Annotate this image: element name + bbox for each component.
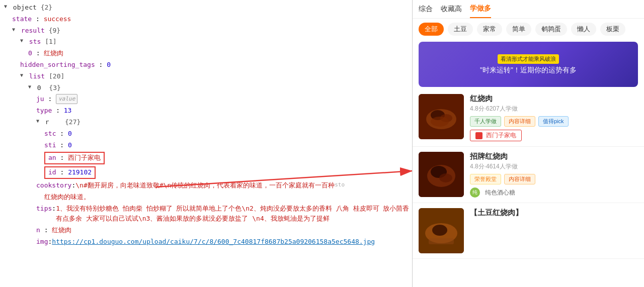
key-result: result bbox=[17, 26, 45, 36]
sponsor-name-1: 西门子家电 bbox=[486, 132, 516, 139]
tree-ju: ju : value bbox=[0, 93, 412, 105]
svg-rect-14 bbox=[429, 238, 454, 244]
tree-type: type : 13 bbox=[0, 105, 412, 117]
key-n: n bbox=[36, 225, 40, 236]
recipe-title-1: 红烧肉 bbox=[470, 94, 638, 104]
tag-千人学做: 千人学做 bbox=[470, 116, 501, 127]
recipe-card-2[interactable]: 招牌红烧肉 4.8分·4614人学做 荣誉殿堂 内容详细 纯 纯色酒心糖 bbox=[413, 147, 644, 203]
key-list-0: 0 bbox=[33, 83, 49, 93]
tag-内容详细-1: 内容详细 bbox=[504, 116, 535, 127]
tree-result: ▼ result {9} bbox=[0, 25, 412, 37]
recipe-meta-1: 4.8分·6207人学做 bbox=[470, 105, 638, 113]
banner[interactable]: 看清形式才能乘风破浪 "时来运转"！近期你的运势有多 bbox=[419, 42, 638, 87]
tab-学做多[interactable]: 学做多 bbox=[470, 4, 491, 18]
r-bracket: {27} bbox=[61, 117, 80, 128]
recipe-title-3: 【土豆红烧肉】 bbox=[470, 208, 638, 218]
tag-内容详细-2: 内容详细 bbox=[504, 174, 535, 184]
toggle-result[interactable]: ▼ bbox=[12, 26, 15, 34]
val-id: 219102 bbox=[68, 167, 92, 178]
filter-全部[interactable]: 全部 bbox=[419, 23, 444, 36]
key-stc: stc bbox=[44, 129, 56, 139]
tree-r: ▼ r {27} bbox=[0, 117, 412, 128]
key-an: an bbox=[48, 153, 56, 163]
tree-n: n : 红烧肉 bbox=[0, 225, 412, 236]
banner-text: "时来运转"！近期你的运势有多 bbox=[480, 66, 577, 75]
val-type: 13 bbox=[64, 106, 72, 116]
tree-an: an : 西门子家电 bbox=[0, 151, 412, 165]
filter-家常[interactable]: 家常 bbox=[477, 23, 502, 36]
recipe-card-1[interactable]: 红烧肉 4.8分·6207人学做 千人学做 内容详细 值得pick 西门子家电 bbox=[413, 89, 644, 147]
tree-state: state : success bbox=[0, 14, 412, 25]
recipe-meta-2: 4.8分·4614人学做 bbox=[470, 162, 638, 171]
recipe-card-3[interactable]: 【土豆红烧肉】 bbox=[413, 203, 644, 259]
banner-badge: 看清形式才能乘风破浪 bbox=[498, 54, 559, 64]
toggle-list-0[interactable]: ▼ bbox=[28, 83, 31, 91]
recipe-tags-1: 千人学做 内容详细 值得pick bbox=[470, 116, 638, 127]
filter-懒人[interactable]: 懒人 bbox=[571, 23, 596, 36]
filter-板栗[interactable]: 板栗 bbox=[600, 23, 625, 36]
author-row-2: 纯 纯色酒心糖 bbox=[470, 187, 638, 198]
toggle-root[interactable]: ▼ bbox=[4, 3, 7, 11]
val-sti: 0 bbox=[68, 140, 72, 151]
key-img: img bbox=[36, 237, 48, 247]
sponsor-icon-1 bbox=[475, 132, 482, 139]
recipe-info-2: 招牌红烧肉 4.8分·4614人学做 荣誉殿堂 内容详细 纯 纯色酒心糖 bbox=[470, 152, 638, 198]
val-cookstory-cont: 红烧肉的味道。 bbox=[44, 192, 90, 203]
toggle-list[interactable]: ▼ bbox=[20, 71, 23, 79]
tree-root: ▼ object {2} bbox=[0, 2, 412, 14]
key-sti: sti bbox=[44, 140, 56, 151]
key-cookstory: cookstory bbox=[36, 180, 71, 191]
recipe-info-3: 【土豆红烧肉】 bbox=[470, 208, 638, 219]
val-n: 红烧肉 bbox=[52, 225, 71, 236]
recipe-image-1 bbox=[419, 94, 464, 139]
right-panel: 综合 收藏高 学做多 全部 土豆 家常 简单 鹌鹑蛋 懒人 板栗 看清形式才能乘… bbox=[413, 0, 644, 287]
tab-综合[interactable]: 综合 bbox=[419, 5, 433, 18]
key-list: list bbox=[25, 71, 45, 82]
tree-list: ▼ list [20] bbox=[0, 71, 412, 82]
key-sts: sts bbox=[25, 37, 41, 47]
json-tree-panel: ▼ object {2} state : success ▼ result {9… bbox=[0, 0, 413, 287]
banner-inner: 看清形式才能乘风破浪 "时来运转"！近期你的运势有多 bbox=[476, 50, 581, 79]
filter-简单[interactable]: 简单 bbox=[506, 23, 531, 36]
tree-img: img : https://cp1.douguo.com/upload/caik… bbox=[0, 236, 412, 248]
key-state: state bbox=[12, 14, 32, 25]
toggle-sts[interactable]: ▼ bbox=[20, 37, 23, 45]
tab-收藏高[interactable]: 收藏高 bbox=[441, 5, 462, 18]
val-ju: value bbox=[56, 94, 77, 104]
svg-point-10 bbox=[439, 173, 452, 182]
filter-鹌鹑蛋[interactable]: 鹌鹑蛋 bbox=[535, 23, 567, 36]
tree-id: id : 219102 bbox=[0, 165, 412, 180]
filter-bar: 全部 土豆 家常 简单 鹌鹑蛋 懒人 板栗 bbox=[413, 19, 644, 40]
author-name-2: 纯色酒心糖 bbox=[485, 188, 515, 197]
recipe-image-3 bbox=[419, 208, 464, 253]
key-type: type bbox=[36, 106, 52, 116]
val-an: 西门子家电 bbox=[68, 153, 101, 163]
svg-point-6 bbox=[431, 117, 449, 127]
tabs-bar: 综合 收藏高 学做多 bbox=[413, 0, 644, 19]
result-bracket: {9} bbox=[49, 26, 60, 36]
filter-土豆[interactable]: 土豆 bbox=[448, 23, 473, 36]
sts-bracket: [1] bbox=[45, 37, 56, 47]
key-r: r bbox=[41, 117, 61, 128]
list-0-bracket: {3} bbox=[49, 83, 60, 93]
tree-sts: ▼ sts [1] bbox=[0, 36, 412, 48]
key-hidden-sorting: hidden_sorting_tags bbox=[20, 60, 95, 70]
recipe-info-1: 红烧肉 4.8分·6207人学做 千人学做 内容详细 值得pick 西门子家电 bbox=[470, 94, 638, 141]
sponsor-row-1: 西门子家电 bbox=[470, 130, 638, 141]
key-sts-0: 0 bbox=[28, 48, 32, 59]
key-id: id bbox=[48, 167, 56, 178]
recipe-image-2 bbox=[419, 152, 464, 197]
tag-值得pick: 值得pick bbox=[538, 116, 569, 127]
val-img[interactable]: https://cp1.douguo.com/upload/caiku/7/c/… bbox=[52, 237, 375, 247]
key-ju: ju bbox=[36, 94, 44, 105]
val-hidden-sorting: 0 bbox=[107, 60, 111, 70]
val-state: success bbox=[44, 14, 71, 25]
val-stc: 0 bbox=[68, 129, 72, 139]
recipe-title-2: 招牌红烧肉 bbox=[470, 152, 638, 161]
author-avatar-2: 纯 bbox=[470, 187, 480, 198]
val-tips: 1、我没有特别炒糖色 怕肉柴 怕炒糊了 所以就简单地上了个色\n2、炖肉没必要放… bbox=[56, 204, 412, 225]
key-tips: tips bbox=[36, 204, 52, 214]
toggle-r[interactable]: ▼ bbox=[36, 117, 39, 125]
tree-cookstory: cookstory : \n#翻开厨房，向老味道致敬#\n传统的红烧肉，代表着家… bbox=[0, 180, 412, 192]
tree-sti: sti : 0 bbox=[0, 140, 412, 151]
